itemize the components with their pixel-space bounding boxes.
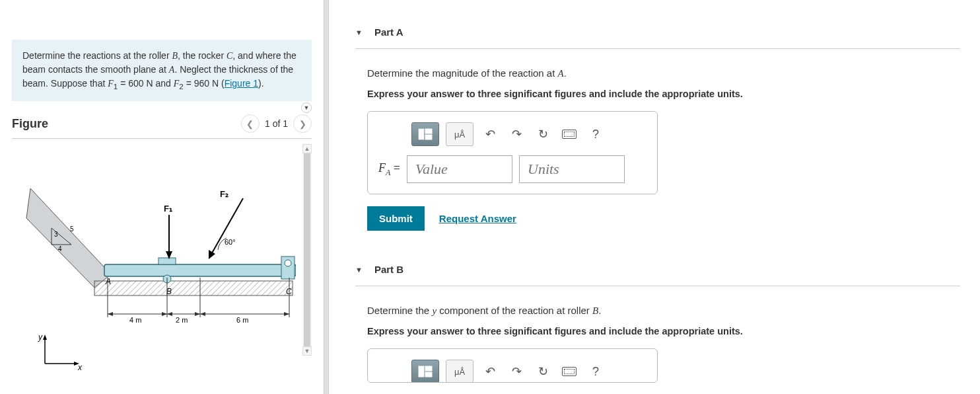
keyboard-button[interactable] (559, 360, 579, 383)
figure-nav: ❮ 1 of 1 ❯ (241, 114, 312, 133)
label: ? (592, 365, 599, 379)
var-B: B (592, 305, 598, 316)
label: μÅ (454, 367, 465, 377)
scroll-track[interactable] (304, 153, 310, 346)
keyboard-icon (562, 367, 577, 376)
text: Determine the reactions at the roller (22, 50, 172, 61)
svg-text:6 m: 6 m (236, 316, 248, 324)
var-C: C (227, 51, 232, 61)
text: . (564, 67, 567, 79)
figure-header: Figure ❮ 1 of 1 ❯ (12, 114, 312, 133)
redo-button[interactable]: ↷ (507, 122, 526, 146)
figure-next-button[interactable]: ❯ (293, 114, 312, 133)
answer-box: μÅ ↶ ↷ ↻ ? FA = (367, 111, 658, 194)
part-a-title: Part A (374, 26, 403, 38)
svg-text:F₂: F₂ (220, 189, 228, 199)
svg-marker-32 (284, 312, 289, 316)
svg-text:4: 4 (58, 245, 62, 253)
text: , the rocker (178, 50, 227, 61)
value-input[interactable] (407, 155, 512, 183)
svg-marker-31 (200, 312, 205, 316)
svg-text:y: y (38, 333, 43, 342)
var: F (378, 161, 386, 175)
keyboard-icon (562, 130, 577, 139)
var-F2: F (174, 79, 180, 89)
svg-marker-16 (209, 250, 215, 259)
svg-text:A: A (105, 277, 111, 286)
label: μÅ (454, 130, 465, 139)
part-a-instruction: Express your answer to three significant… (367, 89, 960, 99)
answer-toolbar-b: μÅ ↶ ↷ ↻ ? (411, 360, 647, 383)
svg-text:F₁: F₁ (164, 204, 172, 214)
figure-prev-button[interactable]: ❮ (241, 114, 260, 133)
help-button[interactable]: ? (586, 122, 606, 146)
svg-rect-47 (425, 372, 432, 377)
var-F1: F (108, 79, 114, 89)
reset-button[interactable]: ↻ (533, 122, 553, 146)
caret-down-icon: ▼ (355, 28, 363, 36)
text: . (598, 305, 601, 316)
part-a-header[interactable]: ▼ Part A (355, 7, 960, 49)
var-B: B (172, 51, 178, 61)
units-tool-button[interactable]: μÅ (446, 122, 473, 146)
svg-rect-46 (425, 366, 432, 371)
reset-button[interactable]: ↻ (533, 360, 553, 383)
help-button[interactable]: ? (586, 360, 606, 383)
template-tool-button[interactable] (411, 122, 439, 146)
svg-point-7 (285, 260, 291, 266)
svg-rect-44 (425, 135, 432, 139)
svg-text:4 m: 4 m (129, 316, 141, 324)
svg-rect-3 (104, 264, 296, 276)
text: = 960 N (184, 78, 219, 89)
figure-area: ▲ ▼ (12, 139, 312, 364)
answer-toolbar: μÅ ↶ ↷ ↻ ? (411, 122, 647, 146)
svg-marker-30 (195, 312, 200, 316)
eq: = (390, 161, 400, 175)
svg-text:3: 3 (54, 231, 58, 238)
units-tool-button[interactable]: μÅ (446, 360, 473, 383)
svg-rect-42 (419, 129, 424, 139)
units-input[interactable] (519, 155, 625, 183)
svg-rect-2 (94, 281, 293, 296)
collapse-problem-icon[interactable]: ▼ (301, 102, 312, 113)
part-a-prompt: Determine the magnitude of the reaction … (367, 67, 960, 79)
part-b-body: Determine the y component of the reactio… (355, 286, 960, 394)
svg-text:2 m: 2 m (176, 316, 188, 324)
request-answer-link[interactable]: Request Answer (439, 213, 516, 224)
problem-statement: Determine the reactions at the roller B,… (12, 40, 312, 101)
left-panel: Determine the reactions at the roller B,… (0, 0, 324, 394)
var-A: A (558, 68, 564, 79)
svg-marker-28 (162, 312, 167, 316)
svg-marker-29 (167, 312, 172, 316)
caret-down-icon: ▼ (355, 266, 363, 274)
part-b-header[interactable]: ▼ Part B (355, 244, 960, 286)
part-b-title: Part B (374, 264, 403, 275)
answer-variable: FA = (378, 161, 400, 178)
answer-box-b: μÅ ↶ ↷ ↻ ? (367, 348, 658, 383)
svg-rect-5 (158, 258, 176, 264)
panel-divider[interactable] (324, 0, 329, 394)
svg-rect-45 (419, 366, 424, 377)
template-tool-button[interactable] (411, 360, 439, 383)
part-b-prompt: Determine the y component of the reactio… (367, 305, 960, 317)
undo-button[interactable]: ↶ (480, 122, 500, 146)
text: and (153, 78, 174, 89)
svg-marker-27 (108, 312, 113, 316)
part-a-body: Determine the magnitude of the reaction … (355, 49, 960, 244)
svg-text:x: x (77, 363, 83, 370)
text: Determine the magnitude of the reaction … (367, 67, 558, 79)
svg-text:5: 5 (70, 225, 74, 233)
scroll-up-icon[interactable]: ▲ (302, 144, 312, 153)
undo-button[interactable]: ↶ (480, 360, 500, 383)
submit-button[interactable]: Submit (367, 206, 425, 231)
figure-diagram: 3 5 4 F₁ F₂ 60° A B C (25, 178, 296, 372)
svg-rect-43 (425, 129, 432, 134)
svg-line-15 (210, 198, 243, 256)
figure-link[interactable]: Figure 1 (225, 78, 258, 89)
figure-title: Figure (12, 117, 48, 131)
svg-marker-38 (43, 335, 47, 340)
redo-button[interactable]: ↷ (507, 360, 526, 383)
figure-scrollbar[interactable]: ▲ ▼ (302, 144, 312, 356)
scroll-down-icon[interactable]: ▼ (302, 346, 312, 356)
keyboard-button[interactable] (559, 122, 579, 146)
